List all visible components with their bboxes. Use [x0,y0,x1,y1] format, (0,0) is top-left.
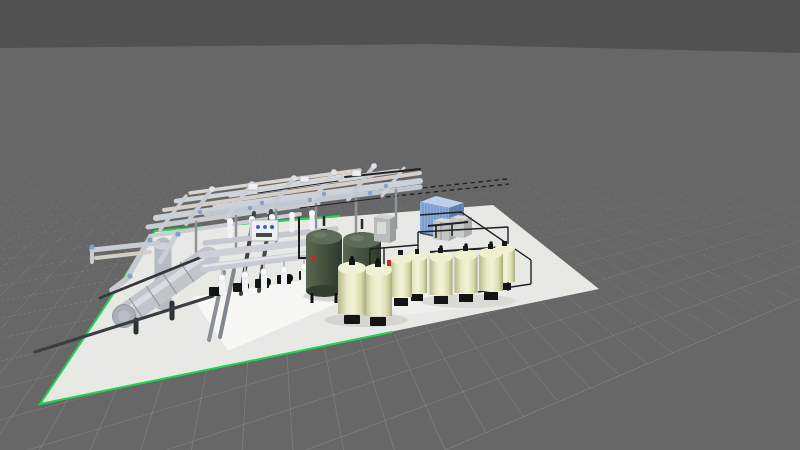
sky [0,0,800,53]
scene-overlay [0,0,800,450]
cabinet-right[interactable] [450,215,472,238]
red-valve-2[interactable] [387,260,391,266]
control-panel[interactable] [251,220,278,241]
softener-front-1[interactable] [338,256,366,324]
3d-viewport[interactable] [0,0,800,450]
red-valve-1[interactable] [312,256,316,262]
cabinet-left[interactable] [374,214,396,243]
softener-front-2[interactable] [364,258,392,326]
